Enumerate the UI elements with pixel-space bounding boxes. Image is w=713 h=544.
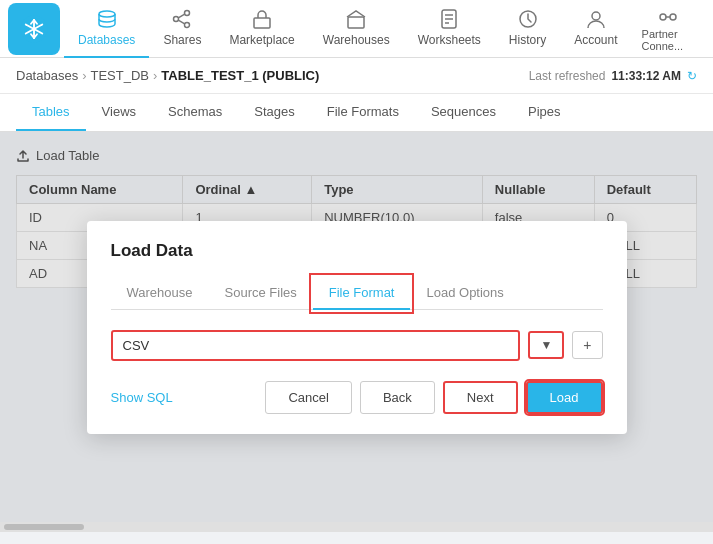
refresh-info: Last refreshed 11:33:12 AM ↻ — [529, 69, 697, 83]
nav-item-worksheets[interactable]: Worksheets — [404, 0, 495, 58]
svg-point-23 — [660, 14, 666, 20]
nav-items: Databases Shares Marketplace — [64, 0, 632, 58]
top-nav: Databases Shares Marketplace — [0, 0, 713, 58]
nav-logo[interactable] — [8, 3, 60, 55]
svg-point-11 — [185, 23, 190, 28]
back-button[interactable]: Back — [360, 381, 435, 414]
breadcrumb-testdb[interactable]: TEST_DB — [91, 68, 150, 83]
marketplace-icon — [251, 8, 273, 30]
main-content: Load Table Column Name Ordinal ▲ Type Nu… — [0, 132, 713, 522]
wizard-tab-source-files[interactable]: Source Files — [209, 277, 313, 310]
history-icon — [517, 8, 539, 30]
svg-point-8 — [99, 11, 115, 17]
svg-line-13 — [179, 20, 185, 24]
tab-tables[interactable]: Tables — [16, 94, 86, 131]
nav-item-marketplace[interactable]: Marketplace — [215, 0, 308, 58]
svg-point-21 — [592, 12, 600, 20]
tab-file-formats[interactable]: File Formats — [311, 94, 415, 131]
nav-item-history[interactable]: History — [495, 0, 560, 58]
refresh-button[interactable]: ↻ — [687, 69, 697, 83]
nav-item-account[interactable]: Account — [560, 0, 631, 58]
cancel-button[interactable]: Cancel — [265, 381, 351, 414]
warehouses-icon — [345, 8, 367, 30]
show-sql-link[interactable]: Show SQL — [111, 390, 173, 405]
breadcrumb-current: TABLE_TEST_1 (PUBLIC) — [161, 68, 319, 83]
databases-icon — [96, 8, 118, 30]
file-format-row: ▼ + — [111, 330, 603, 361]
worksheets-icon — [438, 8, 460, 30]
next-button[interactable]: Next — [443, 381, 518, 414]
tab-schemas[interactable]: Schemas — [152, 94, 238, 131]
wizard-tab-warehouse[interactable]: Warehouse — [111, 277, 209, 310]
sub-tabs: Tables Views Schemas Stages File Formats… — [0, 94, 713, 132]
add-file-format-button[interactable]: + — [572, 331, 602, 359]
nav-item-warehouses[interactable]: Warehouses — [309, 0, 404, 58]
chevron-down-icon: ▼ — [540, 338, 552, 352]
partner-connect-icon — [657, 6, 679, 28]
account-icon — [585, 8, 607, 30]
svg-point-9 — [185, 11, 190, 16]
tab-views[interactable]: Views — [86, 94, 152, 131]
nav-item-shares[interactable]: Shares — [149, 0, 215, 58]
svg-rect-15 — [348, 17, 364, 28]
file-format-input[interactable] — [111, 330, 521, 361]
load-data-modal: Load Data Warehouse Source Files File Fo… — [87, 221, 627, 434]
modal-footer: Show SQL Cancel Back Next Load — [111, 381, 603, 414]
wizard-tab-file-format[interactable]: File Format — [313, 277, 411, 310]
nav-partner-connect[interactable]: Partner Conne... — [632, 6, 705, 52]
wizard-tab-load-options[interactable]: Load Options — [410, 277, 519, 310]
nav-item-databases[interactable]: Databases — [64, 0, 149, 58]
shares-icon — [171, 8, 193, 30]
tab-sequences[interactable]: Sequences — [415, 94, 512, 131]
svg-point-22 — [670, 14, 676, 20]
footer-buttons: Cancel Back Next Load — [265, 381, 602, 414]
breadcrumb: Databases › TEST_DB › TABLE_TEST_1 (PUBL… — [16, 68, 319, 83]
svg-line-12 — [179, 14, 185, 18]
modal-overlay: Load Data Warehouse Source Files File Fo… — [0, 132, 713, 522]
horizontal-scrollbar[interactable] — [4, 524, 84, 530]
load-button[interactable]: Load — [526, 381, 603, 414]
svg-point-10 — [174, 17, 179, 22]
modal-title: Load Data — [111, 241, 603, 261]
tab-pipes[interactable]: Pipes — [512, 94, 577, 131]
tab-stages[interactable]: Stages — [238, 94, 310, 131]
breadcrumb-bar: Databases › TEST_DB › TABLE_TEST_1 (PUBL… — [0, 58, 713, 94]
wizard-tabs: Warehouse Source Files File Format Load … — [111, 277, 603, 310]
file-format-dropdown-button[interactable]: ▼ — [528, 331, 564, 359]
breadcrumb-databases[interactable]: Databases — [16, 68, 78, 83]
svg-rect-14 — [254, 18, 270, 28]
